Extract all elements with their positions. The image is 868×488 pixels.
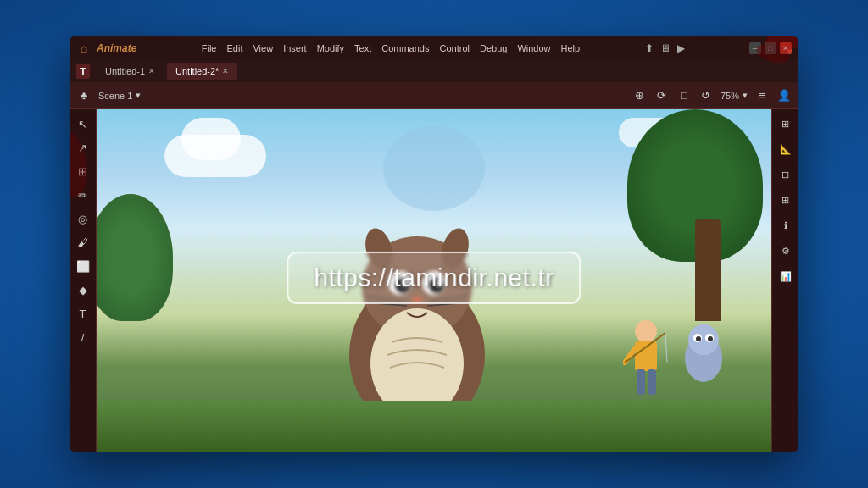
monitor-icon[interactable]: 🖥 bbox=[660, 42, 670, 54]
svg-point-33 bbox=[635, 320, 657, 342]
tool-line[interactable]: / bbox=[72, 326, 94, 348]
content-area: ↖ ↗ ⊞ ✏ ◎ 🖌 ⬜ ◆ T / bbox=[70, 109, 798, 452]
menu-help[interactable]: Help bbox=[561, 43, 581, 53]
user-icon[interactable]: 👤 bbox=[776, 88, 792, 103]
snap-icon[interactable]: ⟳ bbox=[654, 88, 670, 103]
window-controls: ─ □ ✕ bbox=[749, 42, 792, 54]
tab-untitled-2[interactable]: Untitled-2* ✕ bbox=[167, 63, 237, 80]
play-icon[interactable]: ▶ bbox=[677, 42, 685, 54]
t-marker: T bbox=[76, 64, 90, 79]
title-bar-left: ⌂ Animate bbox=[76, 41, 136, 56]
tree-right-trunk bbox=[695, 219, 721, 321]
title-bar-extras: ⬆ 🖥 ▶ bbox=[645, 42, 685, 54]
menu-edit[interactable]: Edit bbox=[227, 43, 243, 53]
tool-fill[interactable]: ◆ bbox=[72, 279, 94, 301]
menu-insert[interactable]: Insert bbox=[283, 43, 307, 53]
tool-transform[interactable]: ⊞ bbox=[72, 160, 94, 182]
grid-icon[interactable]: ⊕ bbox=[632, 88, 648, 103]
home-icon[interactable]: ⌂ bbox=[76, 41, 92, 56]
tree-left bbox=[97, 194, 198, 363]
small-totoro bbox=[678, 316, 729, 384]
right-btn-7[interactable]: 📊 bbox=[775, 265, 797, 287]
url-text: https://tamindir.net.tr bbox=[314, 263, 554, 291]
scene-dropdown-icon: ▾ bbox=[136, 90, 141, 101]
app-window: ⌂ Animate File Edit View Insert Modify T… bbox=[70, 36, 798, 452]
menu-view[interactable]: View bbox=[253, 43, 273, 53]
tool-subselect[interactable]: ↗ bbox=[72, 136, 94, 158]
maximize-button[interactable]: □ bbox=[765, 42, 776, 54]
tab-close-2[interactable]: ✕ bbox=[222, 67, 229, 75]
title-bar: ⌂ Animate File Edit View Insert Modify T… bbox=[70, 36, 798, 60]
tree-right bbox=[619, 109, 771, 321]
menu-modify[interactable]: Modify bbox=[317, 43, 344, 53]
zoom-control[interactable]: 75% ▾ bbox=[721, 90, 748, 101]
tool-lasso[interactable]: ◎ bbox=[72, 208, 94, 230]
close-button[interactable]: ✕ bbox=[780, 42, 792, 54]
menu-commands[interactable]: Commands bbox=[381, 43, 429, 53]
right-btn-6[interactable]: ⚙ bbox=[775, 240, 797, 262]
club-icon[interactable]: ♣ bbox=[76, 88, 92, 103]
right-btn-2[interactable]: 📐 bbox=[775, 138, 797, 160]
canvas-area: https://tamindir.net.tr bbox=[97, 109, 771, 452]
settings-icon[interactable]: ≡ bbox=[754, 88, 770, 103]
right-panel: ⊞ 📐 ⊟ ⊞ ℹ ⚙ 📊 bbox=[771, 109, 798, 452]
toolbar-right: ⊕ ⟳ □ ↺ 75% ▾ ≡ 👤 bbox=[632, 88, 792, 103]
tool-pencil[interactable]: ✏ bbox=[72, 184, 94, 206]
menu-window[interactable]: Window bbox=[517, 43, 550, 53]
menu-file[interactable]: File bbox=[202, 43, 217, 53]
tool-text[interactable]: T bbox=[72, 302, 94, 324]
ground bbox=[97, 401, 771, 452]
minimize-button[interactable]: ─ bbox=[749, 42, 761, 54]
tools-panel: ↖ ↗ ⊞ ✏ ◎ 🖌 ⬜ ◆ T / bbox=[70, 109, 97, 452]
right-btn-3[interactable]: ⊟ bbox=[775, 164, 797, 186]
right-btn-4[interactable]: ⊞ bbox=[775, 189, 797, 211]
tab-untitled-1[interactable]: Untitled-1 ✕ bbox=[97, 63, 164, 80]
tab-close-1[interactable]: ✕ bbox=[148, 67, 155, 75]
zoom-value: 75% bbox=[721, 91, 739, 101]
svg-point-28 bbox=[688, 324, 719, 355]
right-btn-5[interactable]: ℹ bbox=[775, 214, 797, 236]
tabs-bar: T Untitled-1 ✕ Untitled-2* ✕ bbox=[70, 60, 798, 82]
tool-brush[interactable]: 🖌 bbox=[72, 231, 94, 253]
child-figure bbox=[623, 316, 670, 409]
url-overlay: https://tamindir.net.tr bbox=[287, 252, 581, 304]
app-brand-label: Animate bbox=[97, 42, 136, 54]
svg-rect-36 bbox=[637, 369, 645, 395]
toolbar: ♣ Scene 1 ▾ ⊕ ⟳ □ ↺ 75% ▾ ≡ 👤 bbox=[70, 82, 798, 109]
totoro-figure bbox=[332, 194, 502, 435]
svg-rect-34 bbox=[635, 341, 657, 371]
svg-line-39 bbox=[665, 333, 667, 363]
rotate-icon[interactable]: ↺ bbox=[698, 88, 714, 103]
zoom-dropdown-icon: ▾ bbox=[743, 90, 748, 101]
menu-debug[interactable]: Debug bbox=[480, 43, 507, 53]
svg-point-31 bbox=[696, 336, 701, 341]
svg-rect-37 bbox=[648, 369, 656, 395]
cloud-1 bbox=[164, 135, 266, 177]
menu-bar: File Edit View Insert Modify Text Comman… bbox=[202, 43, 580, 53]
menu-control[interactable]: Control bbox=[439, 43, 469, 53]
scene-label: Scene 1 bbox=[98, 91, 132, 101]
svg-point-32 bbox=[708, 336, 713, 341]
right-btn-1[interactable]: ⊞ bbox=[775, 113, 797, 135]
scene-selector[interactable]: Scene 1 ▾ bbox=[98, 90, 141, 101]
menu-text[interactable]: Text bbox=[354, 43, 371, 53]
tool-eraser[interactable]: ⬜ bbox=[72, 255, 94, 277]
share-icon[interactable]: ⬆ bbox=[645, 42, 654, 54]
rect-icon[interactable]: □ bbox=[676, 88, 692, 103]
tree-left-foliage bbox=[97, 194, 173, 321]
tool-select[interactable]: ↖ bbox=[72, 113, 94, 135]
